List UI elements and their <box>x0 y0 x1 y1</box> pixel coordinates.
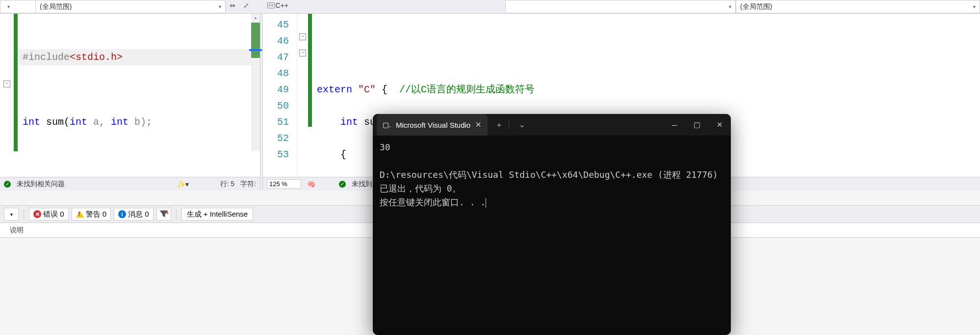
warnings-label: 警告 0 <box>86 210 107 219</box>
output-line: D:\resources\代码\Visual Stdio\C++\x64\Deb… <box>380 169 718 194</box>
line-number: 53 <box>263 146 289 163</box>
filter-clear-icon <box>159 209 169 219</box>
error-icon: ✕ <box>33 210 41 218</box>
minimize-button[interactable]: ─ <box>663 114 686 136</box>
tok-kw: int <box>23 116 40 128</box>
messages-filter-button[interactable]: i 消息 0 <box>114 208 154 221</box>
maximize-button[interactable]: ▢ <box>686 114 708 136</box>
messages-label: 消息 0 <box>128 210 149 219</box>
scroll-up-icon[interactable]: ▴ <box>251 14 260 23</box>
cursor-icon <box>486 198 486 208</box>
tok-header: <stdio.h> <box>70 52 123 63</box>
tok: a, <box>87 116 111 128</box>
left-scope-label: (全局范围) <box>40 2 72 11</box>
tok-comment: //以C语言的规则生成函数符号 <box>399 84 535 95</box>
description-label: 说明 <box>10 226 24 235</box>
line-number: 48 <box>263 65 289 82</box>
fold-gutter: − − <box>297 14 308 177</box>
tok: { <box>376 84 399 95</box>
line-number-gutter: 45 46 47 48 49 50 51 52 53 <box>263 14 297 177</box>
line-number: 46 <box>263 33 289 49</box>
line-number: 52 <box>263 130 289 146</box>
left-code[interactable]: #include<stdio.h> int sum(int a, int b);… <box>14 14 260 177</box>
ok-icon: ✓ <box>4 181 11 188</box>
right-scope-label: (全局范围) <box>740 2 772 11</box>
tab-dropdown-icon[interactable]: ⌄ <box>515 120 529 129</box>
language-indicator: ++ C++ <box>267 0 288 11</box>
line-indicator: 行: 5 <box>220 180 235 189</box>
build-source-label: 生成 + IntelliSense <box>187 210 248 219</box>
line-number: 49 <box>263 82 289 98</box>
output-line: 30 <box>380 142 390 152</box>
line-number: 45 <box>263 17 289 33</box>
errorlist-scope-dropdown[interactable]: ▾ <box>4 208 19 221</box>
left-code-area[interactable]: − #include<stdio.h> int sum(int a, int b… <box>0 14 260 177</box>
errors-filter-button[interactable]: ✕ 错误 0 <box>29 208 69 221</box>
divider <box>176 209 177 220</box>
split-horizontal-icon[interactable]: ⇔ <box>226 0 239 11</box>
tok-kw: extern <box>317 84 352 95</box>
tok <box>317 116 340 128</box>
line-number: 47 <box>263 49 289 65</box>
magic-wand-icon[interactable]: ✨▾ <box>177 180 189 188</box>
tok-include: #include <box>23 52 70 63</box>
tok-kw: int <box>111 116 129 128</box>
errors-label: 错误 0 <box>43 210 64 219</box>
line-number: 51 <box>263 114 289 130</box>
chevron-down-icon: ▾ <box>973 4 976 9</box>
warning-icon <box>76 211 84 218</box>
zoom-input[interactable] <box>267 179 301 189</box>
tok-str: "C" <box>358 84 376 95</box>
console-tab[interactable]: ▢. Microsoft Visual Studio ✕ <box>377 114 488 136</box>
console-window: ▢. Microsoft Visual Studio ✕ ＋ ⌄ ─ ▢ ✕ 3… <box>373 114 731 335</box>
chevron-down-icon: ▾ <box>219 4 221 9</box>
divider <box>509 120 509 129</box>
right-scope-dropdown[interactable]: (全局范围) ▾ <box>736 0 980 13</box>
editor-top-bar: ▾ (全局范围) ▾ ⇔ ⤢ ++ C++ ▾ (全局范围) ▾ <box>0 0 980 14</box>
tok: b); <box>129 116 152 128</box>
language-label: C++ <box>276 1 288 9</box>
console-titlebar[interactable]: ▢. Microsoft Visual Studio ✕ ＋ ⌄ ─ ▢ ✕ <box>373 114 731 136</box>
info-icon: i <box>118 210 126 218</box>
chevron-down-icon: ▾ <box>729 4 731 9</box>
new-tab-button[interactable]: ＋ <box>491 120 507 130</box>
console-title: Microsoft Visual Studio <box>396 121 470 129</box>
fold-gutter: − <box>0 14 14 177</box>
close-button[interactable]: ✕ <box>708 114 731 136</box>
divider <box>24 209 24 220</box>
tok <box>352 84 358 95</box>
tok-kw: int <box>340 116 358 128</box>
output-line: 按任意键关闭此窗口. . . <box>380 197 486 207</box>
ok-icon: ✓ <box>339 181 346 188</box>
line-number: 50 <box>263 98 289 114</box>
cpp-badge-icon: ++ <box>267 2 275 8</box>
left-editor-pane: − #include<stdio.h> int sum(int a, int b… <box>0 14 260 191</box>
right-lang-dropdown[interactable]: ▾ <box>505 0 736 13</box>
vertical-scrollbar[interactable]: ▴ <box>251 14 260 151</box>
fold-toggle[interactable]: − <box>3 81 10 87</box>
clear-filter-button[interactable] <box>156 208 171 221</box>
fold-toggle[interactable]: − <box>299 33 306 40</box>
warnings-filter-button[interactable]: 警告 0 <box>72 208 111 221</box>
build-source-dropdown[interactable]: 生成 + IntelliSense <box>181 208 254 221</box>
console-output[interactable]: 30 D:\resources\代码\Visual Stdio\C++\x64\… <box>373 136 731 214</box>
tok-kw: int <box>70 116 87 128</box>
left-scope-dropdown[interactable]: (全局范围) ▾ <box>35 0 226 13</box>
fold-toggle[interactable]: − <box>299 50 306 56</box>
tab-close-icon[interactable]: ✕ <box>475 120 482 129</box>
tok: sum( <box>40 116 70 128</box>
terminal-icon: ▢. <box>383 121 391 129</box>
left-status-bar: ✓ 未找到相关问题 ✨▾ 行: 5 字符: <box>0 177 260 191</box>
no-issues-label-r: 未找到 <box>352 180 372 189</box>
brain-icon[interactable]: 🧠 <box>307 180 315 188</box>
no-issues-label: 未找到相关问题 <box>17 180 65 189</box>
left-nav-back[interactable]: ▾ <box>0 0 35 13</box>
split-vertical-icon[interactable]: ⤢ <box>239 0 253 11</box>
char-indicator: 字符: <box>240 180 256 189</box>
tok: { <box>317 149 346 160</box>
